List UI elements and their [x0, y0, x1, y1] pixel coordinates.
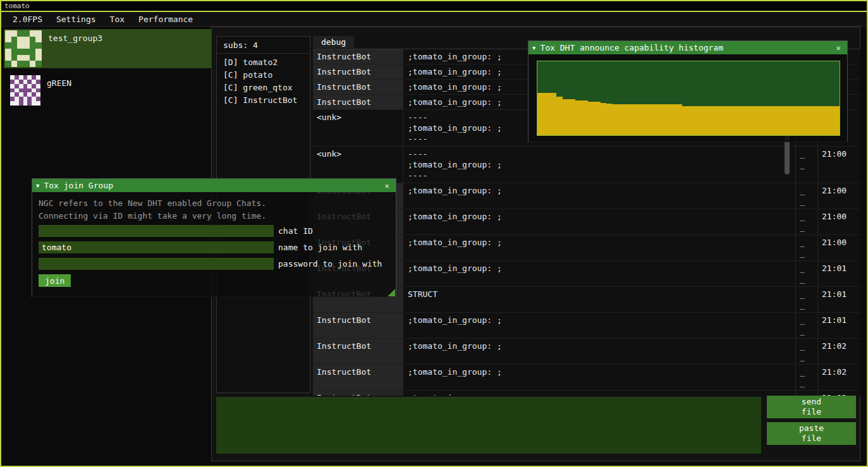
message-text: ;tomato_in_group: ; — [403, 365, 795, 390]
app-window: tomato 2.0FPSSettingsToxPerformance test… — [0, 0, 868, 467]
histogram-bar — [588, 102, 594, 135]
group-item-test_group3[interactable]: test_group3 — [4, 29, 214, 68]
message-text: ;tomato_in_group: ; — [403, 209, 795, 234]
join-group-window: ▼ Tox join Group ✕ NGC refers to the New… — [32, 178, 396, 297]
menu-settings[interactable]: Settings — [49, 13, 103, 26]
histogram-bar — [613, 104, 619, 135]
sub-item-green_qtox[interactable]: [C] green_qtox — [217, 82, 310, 94]
group-name: test_group3 — [43, 29, 102, 43]
sub-item-instructbot[interactable]: [C] InstructBot — [217, 94, 310, 107]
message-flags: _ _ — [795, 313, 817, 338]
histogram-bar — [669, 104, 676, 135]
chat-id-input[interactable] — [39, 225, 274, 237]
message-row[interactable]: InstructBot;tomato_in_group: ;_ _21:01 — [313, 313, 860, 339]
histogram-bar — [802, 106, 808, 135]
dht-histogram-window: ▼ Tox DHT announce capability histogram … — [528, 40, 848, 142]
join-titlebar[interactable]: ▼ Tox join Group ✕ — [32, 179, 396, 192]
message-input[interactable] — [216, 397, 761, 454]
sub-item-potato[interactable]: [C] potato — [217, 69, 310, 82]
join-body: NGC refers to the New DHT enabled Group … — [32, 192, 396, 297]
histogram-bar — [795, 106, 802, 135]
join-description-line1: NGC refers to the New DHT enabled Group … — [39, 197, 389, 210]
histogram-bar — [638, 104, 644, 135]
menu-tox[interactable]: Tox — [103, 13, 131, 26]
histogram-bar — [550, 93, 556, 135]
message-author: InstructBot — [313, 365, 403, 390]
message-text: ;tomato_in_group: ; — [403, 235, 795, 260]
histogram-bar — [676, 104, 682, 135]
histogram-bar — [544, 93, 550, 135]
subs-header: subs: 4 — [217, 37, 310, 54]
histogram-bar — [776, 106, 783, 135]
message-row[interactable]: InstructBot;tomato_in_group: ;_ _21:02 — [313, 365, 860, 391]
histogram-bar — [814, 106, 821, 135]
message-author: InstructBot — [313, 80, 403, 94]
histogram-bar — [789, 106, 795, 135]
join-field-label: password to join with — [278, 259, 382, 269]
join-field-label: chat ID — [278, 226, 313, 236]
send-file-button[interactable]: send file — [767, 396, 856, 418]
join-field-label: name to join with — [278, 243, 362, 252]
message-text: ;tomato_in_group: ; — [403, 391, 795, 396]
resize-grip[interactable] — [388, 289, 395, 296]
histogram-bar — [575, 100, 582, 135]
histogram-bar — [720, 106, 726, 135]
join-button[interactable]: join — [39, 274, 71, 287]
message-flags: _ _ — [795, 209, 817, 234]
message-text: ;tomato_in_group: ; — [403, 313, 795, 338]
histogram-plot — [537, 61, 840, 136]
window-titlebar: tomato — [1, 1, 867, 12]
histogram-bar — [714, 106, 720, 135]
join-password-input[interactable] — [39, 258, 274, 270]
histogram-bar — [745, 106, 751, 135]
group-list: test_group3gREEN — [4, 29, 214, 112]
histogram-bar — [821, 106, 827, 135]
collapse-icon[interactable]: ▼ — [532, 45, 535, 51]
message-author: InstructBot — [313, 313, 403, 338]
histogram-window-title: Tox DHT announce capability histogram — [540, 43, 833, 52]
message-author: <unk> — [313, 110, 403, 146]
menu-bar: 2.0FPSSettingsToxPerformance — [1, 12, 867, 27]
message-time: 21:02 — [817, 365, 860, 390]
histogram-bar — [695, 106, 701, 135]
histogram-bar — [764, 106, 770, 135]
histogram-bar — [651, 104, 657, 135]
histogram-bar — [783, 106, 789, 135]
sub-item-tomato2[interactable]: [D] tomato2 — [217, 56, 310, 69]
message-author: InstructBot — [313, 64, 403, 79]
histogram-bar — [601, 103, 607, 135]
message-time: 21:00 — [817, 183, 860, 209]
message-time: 21:01 — [817, 261, 860, 286]
message-flags: _ _ — [795, 147, 817, 183]
file-buttons: send file paste file — [767, 396, 856, 449]
histogram-bar — [556, 97, 563, 135]
histogram-bar — [537, 93, 544, 135]
histogram-bar — [619, 104, 625, 135]
join-description-line2: Connecting via ID might take a very long… — [39, 210, 389, 222]
histogram-bar — [569, 99, 575, 135]
message-time: 21:02 — [817, 339, 860, 364]
close-button[interactable]: ✕ — [382, 181, 392, 190]
message-row[interactable]: InstructBot;tomato_in_group: ;_ _21:02 — [313, 391, 860, 396]
collapse-icon[interactable]: ▼ — [36, 183, 39, 189]
close-button[interactable]: ✕ — [833, 44, 843, 52]
join-name-input[interactable] — [39, 241, 274, 253]
message-flags: _ _ — [795, 261, 817, 286]
message-author: InstructBot — [313, 95, 403, 109]
histogram-bar — [582, 100, 588, 135]
message-time: 21:01 — [817, 287, 860, 312]
message-flags: _ _ — [795, 287, 817, 312]
message-flags: _ _ — [795, 365, 817, 390]
histogram-bar — [657, 104, 663, 135]
histogram-bar — [770, 106, 776, 135]
group-item-gREEN[interactable]: gREEN — [4, 74, 214, 107]
message-row[interactable]: InstructBot;tomato_in_group: ;_ _21:02 — [313, 339, 860, 365]
paste-file-button[interactable]: paste file — [767, 422, 856, 445]
histogram-titlebar[interactable]: ▼ Tox DHT announce capability histogram … — [529, 41, 847, 54]
menu-performance[interactable]: Performance — [131, 13, 200, 26]
histogram-bar — [644, 104, 651, 135]
histogram-bar — [726, 106, 733, 135]
histogram-bar — [707, 106, 714, 135]
join-field-row: chat ID — [39, 225, 389, 237]
tab-debug[interactable]: debug — [313, 36, 354, 48]
